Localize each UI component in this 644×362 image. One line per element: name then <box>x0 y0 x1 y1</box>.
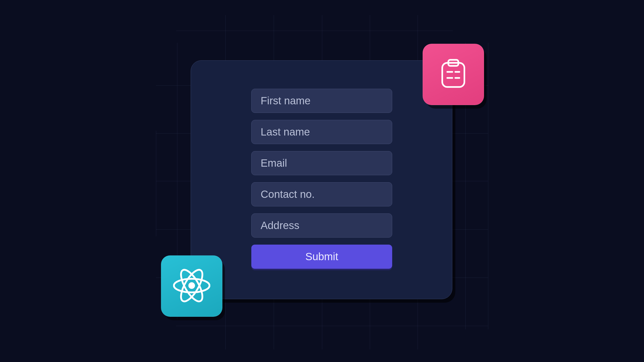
grid-line <box>488 43 488 329</box>
form-card: Submit <box>191 60 452 299</box>
react-icon <box>173 267 210 305</box>
grid-line <box>176 31 453 31</box>
last-name-field[interactable] <box>251 120 392 144</box>
canvas: Submit <box>0 0 644 362</box>
react-tile <box>161 255 222 317</box>
address-field[interactable] <box>251 213 392 238</box>
svg-point-0 <box>188 282 195 289</box>
clipboard-icon <box>437 58 469 91</box>
form: Submit <box>251 89 392 269</box>
email-field[interactable] <box>251 151 392 175</box>
clipboard-tile <box>423 44 484 105</box>
grid-line <box>176 326 488 326</box>
submit-button[interactable]: Submit <box>251 245 392 269</box>
first-name-field[interactable] <box>251 89 392 113</box>
grid-line <box>156 131 156 236</box>
contact-field[interactable] <box>251 182 392 206</box>
